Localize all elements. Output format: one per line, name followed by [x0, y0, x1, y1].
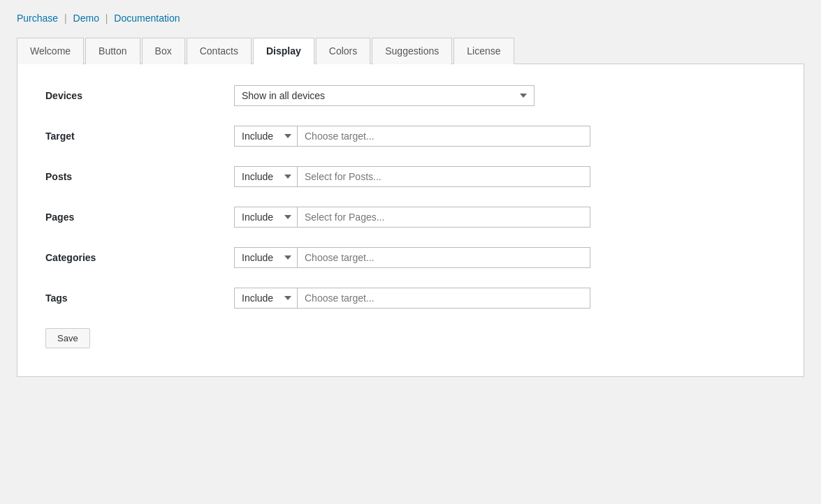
content-area: Devices Show in all devices Desktop only… — [17, 64, 804, 377]
categories-control-wrap: Include Exclude — [234, 247, 590, 268]
pages-input[interactable] — [297, 207, 590, 228]
posts-control-wrap: Include Exclude — [234, 166, 590, 187]
pages-include-select[interactable]: Include Exclude — [234, 207, 297, 228]
target-label: Target — [45, 131, 234, 142]
categories-label: Categories — [45, 252, 234, 263]
target-control-wrap: Include Exclude — [234, 126, 590, 147]
target-input[interactable] — [297, 126, 590, 147]
posts-label: Posts — [45, 171, 234, 182]
save-row: Save — [45, 328, 776, 348]
devices-label: Devices — [45, 90, 234, 101]
categories-include-select[interactable]: Include Exclude — [234, 247, 297, 268]
tab-box[interactable]: Box — [142, 38, 185, 64]
target-include-select[interactable]: Include Exclude — [234, 126, 297, 147]
tab-display[interactable]: Display — [253, 38, 314, 64]
save-button[interactable]: Save — [45, 328, 90, 348]
purchase-link[interactable]: Purchase — [17, 13, 58, 24]
posts-input[interactable] — [297, 166, 590, 187]
tags-row: Tags Include Exclude — [45, 288, 776, 309]
tab-button[interactable]: Button — [85, 38, 140, 64]
separator-1: | — [64, 13, 70, 24]
target-row: Target Include Exclude — [45, 126, 776, 147]
demo-link[interactable]: Demo — [73, 13, 99, 24]
devices-row: Devices Show in all devices Desktop only… — [45, 85, 776, 106]
tab-contacts[interactable]: Contacts — [187, 38, 252, 64]
tags-include-select[interactable]: Include Exclude — [234, 288, 297, 309]
page-wrapper: Purchase | Demo | Documentation Welcome … — [0, 0, 821, 504]
tags-input[interactable] — [297, 288, 590, 309]
pages-row: Pages Include Exclude — [45, 207, 776, 228]
pages-label: Pages — [45, 212, 234, 223]
tab-license[interactable]: License — [453, 38, 514, 64]
pages-control-wrap: Include Exclude — [234, 207, 590, 228]
top-links: Purchase | Demo | Documentation — [17, 13, 804, 24]
posts-include-select[interactable]: Include Exclude — [234, 166, 297, 187]
categories-row: Categories Include Exclude — [45, 247, 776, 268]
tab-welcome[interactable]: Welcome — [17, 38, 84, 64]
tab-suggestions[interactable]: Suggestions — [372, 38, 452, 64]
devices-select[interactable]: Show in all devices Desktop only Mobile … — [234, 85, 535, 106]
tags-control-wrap: Include Exclude — [234, 288, 590, 309]
posts-row: Posts Include Exclude — [45, 166, 776, 187]
documentation-link[interactable]: Documentation — [114, 13, 180, 24]
tabs-container: Welcome Button Box Contacts Display Colo… — [17, 38, 804, 64]
separator-2: | — [106, 13, 111, 24]
categories-input[interactable] — [297, 247, 590, 268]
devices-control-wrap: Show in all devices Desktop only Mobile … — [234, 85, 535, 106]
tab-colors[interactable]: Colors — [316, 38, 370, 64]
tags-label: Tags — [45, 292, 234, 304]
